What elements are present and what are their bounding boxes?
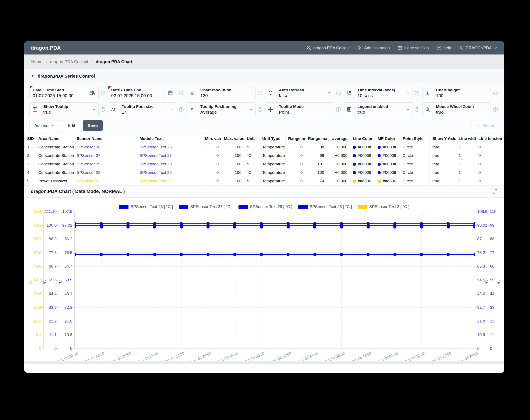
y-tick-label: 53.9 <box>64 278 72 282</box>
cell-average: +0.000 <box>327 143 350 151</box>
sensor-link[interactable]: SPSensor 27 <box>77 153 101 158</box>
help-icon <box>414 107 420 112</box>
cell-unit: °C <box>244 151 260 160</box>
series-control-header[interactable]: ▼ dragon.PDA Series Control <box>24 69 504 83</box>
help-icon[interactable] <box>414 107 421 112</box>
field-tooltip-positioning[interactable]: Tooltip PositioningAverage <box>187 102 256 116</box>
field-date-time-start[interactable]: Date / Time Start01.07.2025 15:00:00 <box>29 86 99 100</box>
help-icon <box>257 90 263 96</box>
module-link[interactable]: SPSensor Text 27 <box>139 153 172 158</box>
help-icon[interactable] <box>100 107 106 112</box>
y-tick-label: 11.1 <box>49 332 57 337</box>
user-icon <box>459 45 464 50</box>
field-auto-refresh[interactable]: Auto Refreshfalse <box>265 86 334 100</box>
y-tick-label: 48.8 <box>33 264 41 269</box>
color-swatch <box>378 171 381 174</box>
nav-item-dragon-pda-cockpit[interactable]: dragon.PDA Cockpit <box>306 45 350 50</box>
cell-range-max: 74 <box>305 177 327 185</box>
sensor-link[interactable]: SPSensor 28 <box>77 170 101 175</box>
nav-item-help[interactable]: help <box>437 45 451 50</box>
control-group: Tooltip ModePoint <box>265 102 342 116</box>
legend-item[interactable]: SPSensor Text 28 [ °C ] <box>298 204 352 209</box>
field-label: Tooltip Font size <box>122 104 165 109</box>
help-icon[interactable] <box>100 90 106 96</box>
column-header-line-width: Line width <box>456 135 476 143</box>
help-icon[interactable] <box>336 107 342 112</box>
module-link[interactable]: SPSensor Text 29 <box>139 162 172 166</box>
chevron-down-icon <box>494 46 498 50</box>
help-icon[interactable] <box>414 90 421 96</box>
field-value: false <box>279 93 322 98</box>
field-mouse-wheel-zoom[interactable]: Mouse Wheel Zoomtrue <box>422 102 491 116</box>
sensor-link[interactable]: SPSensor 2 <box>77 179 98 183</box>
sensor-link[interactable]: SPSensor 26 <box>77 145 101 149</box>
chevron-down-icon <box>484 107 489 112</box>
field-chart-height[interactable]: Chart height100 <box>422 86 491 100</box>
breadcrumb-item[interactable]: Home <box>31 59 42 64</box>
table-row[interactable]: 4Concentrate StationSPSensor 28SPSensor … <box>25 168 504 177</box>
actions-button[interactable]: Actions <box>29 120 60 131</box>
field-legend-enabled[interactable]: Legend enabledtrue <box>344 102 413 116</box>
help-icon <box>493 107 498 112</box>
legend-item[interactable]: SPSensor Text 27 [ °C ] <box>179 204 233 209</box>
cell-line-color: #ffd300 <box>350 177 375 185</box>
legend-swatch <box>298 205 308 209</box>
breadcrumb-separator: \ <box>91 59 93 64</box>
help-icon[interactable] <box>178 107 185 112</box>
plot-area[interactable] <box>75 211 475 348</box>
legend-item[interactable]: SPSensor Text 26 [ °C ] <box>119 204 173 209</box>
nav-item-dragonpda[interactable]: DRAGONPDA <box>459 45 498 50</box>
cell-sensor: SPSensor 28 <box>74 168 137 177</box>
cell-point-style: Circle <box>400 177 430 185</box>
control-group: Show Tooltiptrue <box>29 102 106 116</box>
help-icon[interactable] <box>178 90 185 96</box>
module-link[interactable]: SPSensor Text 26 <box>139 145 172 149</box>
field-tooltip-mode[interactable]: Tooltip ModePoint <box>265 102 334 116</box>
window-icon <box>397 45 402 50</box>
expand-icon[interactable] <box>492 189 498 194</box>
help-icon <box>100 90 105 96</box>
help-icon[interactable] <box>257 107 264 112</box>
edit-button[interactable]: Edit <box>63 120 80 131</box>
help-icon[interactable] <box>493 107 499 112</box>
module-link[interactable]: SPSensor Text 28 <box>139 170 172 175</box>
sensor-link[interactable]: SPSensor 29 <box>77 162 101 166</box>
field-tooltip-font-size[interactable]: Tooltip Font size14 <box>108 102 177 116</box>
field-date-time-end[interactable]: Date / Time End02.07.2025 15:00:00 <box>108 86 177 100</box>
y-tick-label: 77 <box>490 250 494 255</box>
chevron-down-icon <box>406 107 411 112</box>
nav-item-administration[interactable]: Administration <box>357 45 390 50</box>
help-icon[interactable] <box>257 90 264 96</box>
chevron-down-icon <box>50 123 55 127</box>
column-header-range-min-: Range min. <box>285 135 305 143</box>
reset-button[interactable]: Reset <box>471 120 499 131</box>
legend-item[interactable]: SPSensor Text 29 [ °C ] <box>238 204 292 209</box>
help-icon[interactable] <box>336 90 342 96</box>
field-time-interval-secs-[interactable]: Time Interval (secs)10 secs <box>344 86 413 100</box>
y-tick-label: 77.8 <box>49 250 57 255</box>
cell-unit: °C <box>244 177 260 185</box>
table-row[interactable]: 2Concentrate StationSPSensor 27SPSensor … <box>25 151 504 160</box>
breadcrumb-item[interactable]: dragon.PDA Cockpit <box>50 59 88 64</box>
field-chart-resolution[interactable]: Chart resolution120 <box>187 86 256 100</box>
breadcrumb: Home\dragon.PDA Cockpit\dragon.PDA Chart <box>24 55 504 69</box>
control-group: Chart height100 <box>422 86 499 100</box>
table-row[interactable]: 5Power DissolverSPSensor 2SPSensor Text … <box>25 177 504 185</box>
y-tick-label: 33.3 <box>49 305 57 310</box>
control-row: Show TooltiptrueTooltip Font size14Toolt… <box>29 102 499 116</box>
sensor-table-wrap: SIDArea NameSensor NameModule TextMin. v… <box>24 134 504 185</box>
save-button[interactable]: Save <box>83 120 103 131</box>
y-tick-label: 65.1 <box>33 237 41 241</box>
y-tick-label: 16.3 <box>33 319 41 324</box>
cell-unit-type: Temperature <box>260 168 286 177</box>
collapse-triangle-icon[interactable]: ▼ <box>31 74 34 78</box>
module-link[interactable]: SPSensor Text 2 <box>139 179 169 183</box>
cell-point-style: Circle <box>400 143 430 151</box>
legend-item[interactable]: SPSensor Text 2 [ °C ] <box>358 204 409 209</box>
nav-item-clone-session[interactable]: clone session <box>397 45 429 50</box>
y-tick-label: 22 <box>490 319 494 324</box>
table-row[interactable]: 1Concentrate StationSPSensor 26SPSensor … <box>25 143 504 151</box>
field-show-tooltip[interactable]: Show Tooltiptrue <box>29 102 99 116</box>
table-row[interactable]: 3Concentrate StationSPSensor 29SPSensor … <box>25 160 504 168</box>
help-icon[interactable] <box>493 90 499 96</box>
